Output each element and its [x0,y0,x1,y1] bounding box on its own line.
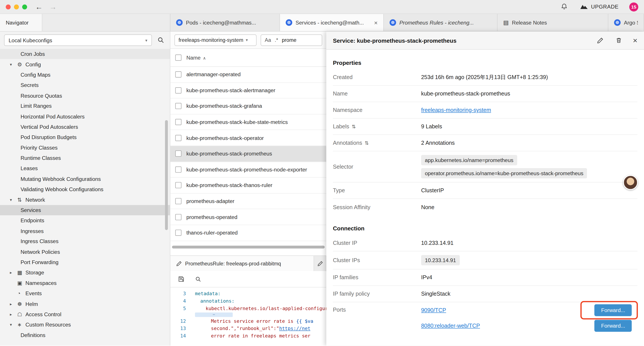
port-link[interactable]: 9090/TCP [421,307,446,313]
expander-icon[interactable]: ⇅ [364,140,369,146]
dock-tab-prometheusrule[interactable]: PrometheusRule: freeleaps-prod-rabbitmq [170,256,314,272]
row-checkbox[interactable] [175,103,182,109]
table-row[interactable]: prometheus-operated [170,209,326,225]
table-row[interactable]: kube-prometheus-stack-kube-state-metrics [170,114,326,130]
sidebar-item-events[interactable]: ◔ Events [0,288,170,299]
row-checkbox[interactable] [175,166,182,173]
sidebar-item-secrets[interactable]: Secrets [0,80,170,90]
table-row[interactable]: kube-prometheus-stack-prometheus [170,146,326,162]
port-link[interactable]: 8080:reloader-web/TCP [421,323,480,329]
chevron-icon[interactable]: ▸ [10,271,17,275]
trash-icon[interactable] [614,35,624,45]
sidebar-item-services[interactable]: Services [0,205,170,216]
table-row[interactable]: thanos-ruler-operated [170,225,326,241]
row-checkbox[interactable] [175,230,182,236]
edit-pencil-icon[interactable] [595,35,605,45]
kubeconfig-select[interactable]: Local Kubeconfigs ▾ [4,34,152,46]
forward-button[interactable]: Forward... [594,304,632,316]
upgrade-button[interactable]: UPGRADE [580,4,618,10]
chevron-icon[interactable]: ▸ [10,312,17,317]
yaml-editor[interactable]: 3 metadata: 4 annotations: 5 kubectl.kub… [170,288,326,346]
chevron-icon[interactable]: ▾ [10,323,17,327]
sidebar-item-runtime-classes[interactable]: Runtime Classes [0,153,170,163]
sidebar-item-port-forwarding[interactable]: Port Forwarding [0,257,170,268]
close-icon[interactable]: × [633,36,638,44]
sidebar-item-config[interactable]: ▾ ⚙ Config [0,59,170,70]
row-checkbox[interactable] [175,214,182,220]
sidebar-search-icon[interactable] [156,35,166,45]
sidebar-item-mutating-webhook-configurations[interactable]: Mutating Webhook Configurations [0,174,170,184]
drawer-row-value: 10.233.14.91 [421,240,638,246]
namespace-select[interactable]: freeleaps-monitoring-system ▾ [174,34,257,45]
search-input[interactable]: Aa .* prome [260,34,322,45]
editor-tab[interactable]: ☸ Pods - icecheng@mathmas... [170,14,280,31]
expander-icon[interactable]: ⇅ [352,124,356,129]
sidebar-item-cron-jobs[interactable]: Cron Jobs [0,49,170,59]
notifications-bell-icon[interactable] [560,2,569,11]
regex-toggle[interactable]: .* [275,37,278,43]
sidebar-item-network[interactable]: ▾ ⇅ Network [0,194,170,205]
table-row[interactable]: kube-prometheus-stack-grafana [170,98,326,114]
row-checkbox[interactable] [175,71,182,77]
drawer-row-value: 2 Annotations [421,140,638,146]
sidebar-item-limit-ranges[interactable]: Limit Ranges [0,101,170,111]
table-row[interactable]: alertmanager-operated [170,67,326,82]
save-icon[interactable] [176,274,186,284]
notification-count-badge[interactable]: 15 [629,2,638,11]
chevron-icon[interactable]: ▾ [10,198,17,202]
sidebar-item-endpoints[interactable]: Endpoints [0,216,170,226]
chevron-icon[interactable]: ▾ [10,62,17,67]
row-checkbox[interactable] [175,198,182,204]
table-row[interactable]: prometheus-adapter [170,193,326,209]
horizontal-scrollbar[interactable] [172,246,325,249]
sidebar-item-definitions[interactable]: Definitions [0,330,170,341]
sidebar-item-pod-disruption-budgets[interactable]: Pod Disruption Budgets [0,132,170,143]
sidebar-item-validating-webhook-configurations[interactable]: Validating Webhook Configurations [0,184,170,195]
name-column-header[interactable]: Name ∧ [186,54,206,61]
editor-tab[interactable]: ▤ Release Notes [498,14,608,31]
sidebar-item-leases[interactable]: Leases [0,163,170,174]
row-checkbox[interactable] [175,151,182,157]
sidebar-item-access-control[interactable]: ▸ ☖ Access Control [0,309,170,320]
chevron-icon[interactable]: ▸ [10,302,17,306]
editor-search-icon[interactable] [193,274,203,284]
sidebar-item-priority-classes[interactable]: Priority Classes [0,143,170,153]
user-avatar[interactable] [623,175,638,190]
row-checkbox[interactable] [175,87,182,93]
sidebar-item-ingresses[interactable]: Ingresses [0,226,170,236]
sidebar-item-ingress-classes[interactable]: Ingress Classes [0,236,170,247]
sidebar-item-storage[interactable]: ▸ ▦ Storage [0,267,170,278]
editor-tab[interactable]: ☸ Services - icecheng@math... × [280,14,384,31]
editor-tab[interactable]: ☸ Prometheus Rules - icecheng... [384,14,498,31]
editor-tab[interactable]: ☸ Argo Se... [608,14,644,31]
back-arrow-icon[interactable]: ← [35,3,43,10]
sidebar-item-horizontal-pod-autoscalers[interactable]: Horizontal Pod Autoscalers [0,111,170,122]
table-row[interactable]: kube-prometheus-stack-prometheus-node-ex… [170,162,326,178]
sidebar-item-custom-resources[interactable]: ▾ ∗ Custom Resources [0,320,170,330]
minimize-window-button[interactable] [14,4,19,9]
sidebar-item-network-policies[interactable]: Network Policies [0,247,170,257]
sidebar-item-vertical-pod-autoscalers[interactable]: Vertical Pod Autoscalers [0,122,170,132]
row-checkbox[interactable] [175,119,182,125]
maximize-window-button[interactable] [22,4,27,9]
table-row[interactable]: kube-prometheus-stack-operator [170,130,326,146]
folded-region-icon[interactable]: ⋯ [170,312,326,317]
sidebar-item-config-maps[interactable]: Config Maps [0,70,170,80]
drawer-row-label: Labels [333,123,350,130]
sidebar-item-resource-quotas[interactable]: Resource Quotas [0,90,170,101]
row-checkbox[interactable] [175,135,182,141]
select-all-checkbox[interactable] [175,54,182,61]
forward-button[interactable]: Forward... [594,320,632,332]
close-window-button[interactable] [6,4,10,9]
sidebar-item-namespaces[interactable]: ▣ Namespaces [0,278,170,288]
vertical-scrollbar[interactable] [165,120,168,230]
sidebar-item-helm[interactable]: ▸ ☸ Helm [0,299,170,309]
dock-tab-partial[interactable] [314,256,326,272]
table-row[interactable]: kube-prometheus-stack-alertmanager [170,83,326,98]
forward-arrow-icon[interactable]: → [49,3,57,10]
tab-close-icon[interactable]: × [371,19,378,26]
table-row[interactable]: kube-prometheus-stack-thanos-ruler [170,178,326,193]
match-case-toggle[interactable]: Aa [265,37,271,43]
row-checkbox[interactable] [175,182,182,188]
namespace-link[interactable]: freeleaps-monitoring-system [421,107,491,113]
